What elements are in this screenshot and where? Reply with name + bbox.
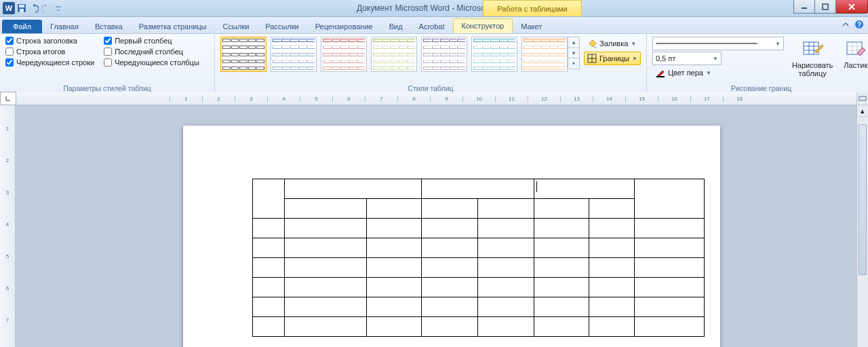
tab-table-design[interactable]: Конструктор <box>453 18 513 33</box>
check-total-row[interactable]: Строка итогов <box>5 48 94 56</box>
save-icon[interactable] <box>16 3 27 14</box>
table-cell[interactable] <box>478 317 534 337</box>
table-style-thumb[interactable] <box>471 37 517 72</box>
pen-color-button[interactable]: Цвет пера ▼ <box>652 67 784 79</box>
table-cell[interactable] <box>367 219 422 238</box>
check-last-column[interactable]: Последний столбец <box>104 48 199 56</box>
tab-page-layout[interactable]: Разметка страницы <box>131 20 215 33</box>
table-cell[interactable] <box>635 317 705 337</box>
table-cell[interactable] <box>422 317 478 337</box>
table-cell[interactable] <box>534 297 589 317</box>
table-cell[interactable] <box>367 317 422 337</box>
check-banded-cols[interactable]: Чередующиеся столбцы <box>104 58 199 67</box>
table-cell[interactable] <box>589 219 635 238</box>
close-button[interactable] <box>836 0 868 14</box>
gallery-scroll[interactable]: ▲ ▼ ▾ <box>568 37 580 69</box>
undo-icon[interactable] <box>28 3 39 14</box>
table-cell[interactable] <box>253 278 285 297</box>
minimize-ribbon-icon[interactable] <box>841 20 850 29</box>
tab-mailings[interactable]: Рассылки <box>257 20 307 33</box>
pen-weight-combo[interactable]: 0,5 пт ▼ <box>652 52 722 65</box>
table-cell[interactable] <box>534 199 589 219</box>
tab-home[interactable]: Главная <box>42 20 87 33</box>
table-cell[interactable] <box>422 297 478 317</box>
table-cell[interactable] <box>534 278 589 297</box>
table-style-thumb[interactable] <box>321 37 367 72</box>
table-style-thumb[interactable] <box>421 37 467 72</box>
table-cell[interactable] <box>422 278 478 297</box>
help-icon[interactable]: ? <box>854 20 864 29</box>
check-header-row[interactable]: Строка заголовка <box>5 37 94 45</box>
document-page[interactable] <box>183 126 720 347</box>
document-table[interactable] <box>252 179 705 337</box>
scroll-up-icon[interactable]: ▴ <box>857 105 868 117</box>
table-cell[interactable] <box>285 258 367 278</box>
gallery-down-icon[interactable]: ▼ <box>568 48 579 59</box>
table-cell[interactable] <box>635 179 705 219</box>
check-banded-rows[interactable]: Чередующиеся строки <box>5 58 94 67</box>
tab-table-layout[interactable]: Макет <box>513 20 550 33</box>
check-first-column[interactable]: Первый столбец <box>104 37 199 45</box>
tab-file[interactable]: Файл <box>2 20 42 33</box>
table-style-thumb[interactable] <box>371 37 417 72</box>
pen-style-combo[interactable]: ▼ <box>652 37 784 50</box>
table-cell[interactable] <box>367 238 422 258</box>
tab-view[interactable]: Вид <box>381 20 411 33</box>
table-cell[interactable] <box>367 278 422 297</box>
horizontal-ruler[interactable]: 123456789101112131415161718 <box>16 92 856 105</box>
vertical-scrollbar[interactable]: ▴ <box>856 105 868 347</box>
table-cell[interactable] <box>367 199 422 219</box>
table-cell[interactable] <box>478 199 534 219</box>
table-cell[interactable] <box>635 278 705 297</box>
table-cell[interactable] <box>635 297 705 317</box>
draw-table-button[interactable]: Нарисовать таблицу <box>789 37 835 79</box>
table-cell[interactable] <box>285 238 367 258</box>
table-cell[interactable] <box>534 238 589 258</box>
table-cell[interactable] <box>534 258 589 278</box>
qat-more-icon[interactable] <box>53 3 64 14</box>
table-style-thumb[interactable] <box>220 37 267 72</box>
tab-insert[interactable]: Вставка <box>87 20 131 33</box>
table-cell[interactable] <box>478 297 534 317</box>
table-cell[interactable] <box>285 278 367 297</box>
table-cell[interactable] <box>422 238 478 258</box>
table-cell[interactable] <box>534 219 589 238</box>
table-cell[interactable] <box>422 199 478 219</box>
table-cell[interactable] <box>253 297 285 317</box>
table-cell[interactable] <box>478 219 534 238</box>
eraser-button[interactable]: Ластик <box>841 37 868 71</box>
vertical-ruler[interactable]: 1234567 <box>0 105 16 347</box>
table-cell[interactable] <box>253 317 285 337</box>
redo-icon[interactable] <box>41 3 52 14</box>
tab-references[interactable]: Ссылки <box>215 20 258 33</box>
table-cell[interactable] <box>253 219 285 238</box>
table-cell[interactable] <box>422 179 534 199</box>
table-cell[interactable] <box>367 258 422 278</box>
table-cell[interactable] <box>478 238 534 258</box>
tab-acrobat[interactable]: Acrobat <box>411 20 453 33</box>
ruler-toggle-icon[interactable] <box>856 92 868 105</box>
table-cell[interactable] <box>635 258 705 278</box>
minimize-button[interactable] <box>793 0 815 14</box>
table-styles-gallery[interactable] <box>220 37 568 72</box>
table-cell[interactable] <box>253 258 285 278</box>
table-cell[interactable] <box>367 297 422 317</box>
table-cell[interactable] <box>589 238 635 258</box>
shading-button[interactable]: Заливка ▼ <box>584 37 641 50</box>
table-style-thumb[interactable] <box>271 37 317 72</box>
table-cell[interactable] <box>589 278 635 297</box>
table-cell[interactable] <box>589 199 635 219</box>
table-cell[interactable] <box>285 199 367 219</box>
table-cell[interactable] <box>589 317 635 337</box>
table-cell[interactable] <box>285 179 422 199</box>
table-cell[interactable] <box>534 179 635 199</box>
gallery-more-icon[interactable]: ▾ <box>568 58 579 69</box>
table-cell[interactable] <box>589 297 635 317</box>
table-cell[interactable] <box>253 238 285 258</box>
tab-review[interactable]: Рецензирование <box>307 20 381 33</box>
table-cell[interactable] <box>422 219 478 238</box>
gallery-up-icon[interactable]: ▲ <box>568 37 579 48</box>
maximize-button[interactable] <box>815 0 836 14</box>
table-cell[interactable] <box>589 258 635 278</box>
table-style-thumb[interactable] <box>521 37 568 72</box>
